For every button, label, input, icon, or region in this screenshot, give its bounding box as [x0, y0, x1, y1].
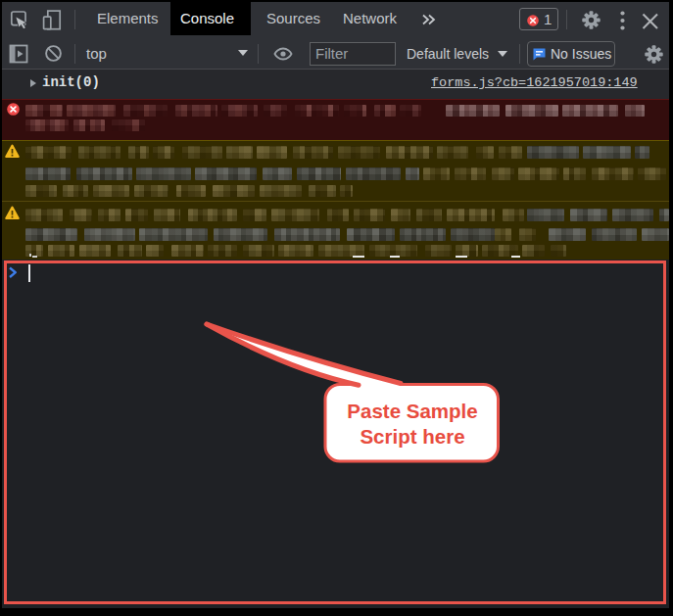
svg-text:Paste Sample: Paste Sample: [347, 400, 477, 422]
svg-text:Script here: Script here: [360, 425, 464, 448]
